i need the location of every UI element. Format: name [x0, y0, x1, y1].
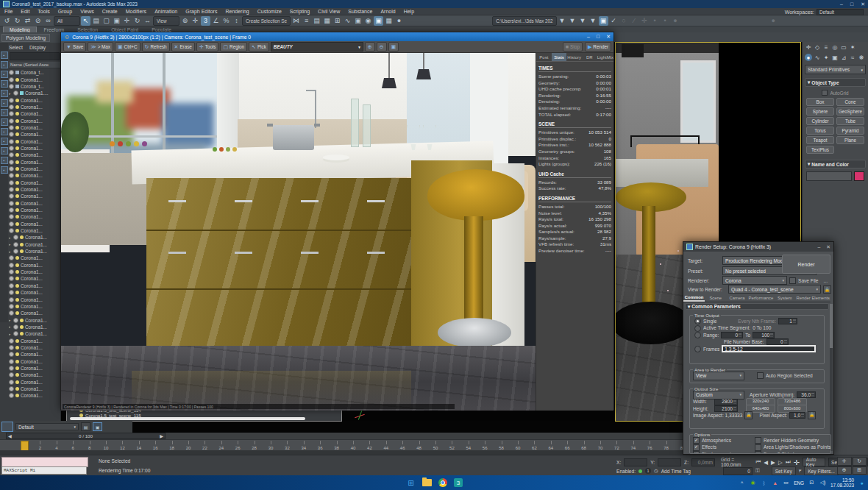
object-color-swatch[interactable]: [854, 171, 864, 181]
explorer-object-row[interactable]: Corona1...: [9, 344, 60, 351]
explorer-object-row[interactable]: ▸ Corona1....: [9, 90, 60, 96]
visibility-eye-icon[interactable]: [9, 173, 14, 178]
option-checkbox-row[interactable]: ✓Atmospherics: [693, 437, 755, 444]
motion-tab-icon[interactable]: ◎: [831, 43, 839, 51]
vfb-render-button[interactable]: ▶Render: [585, 42, 611, 52]
visibility-eye-icon[interactable]: [9, 386, 14, 391]
asset-library-icon[interactable]: ▼: [588, 16, 598, 26]
language-indicator[interactable]: ENG: [794, 480, 804, 486]
visibility-eye-icon[interactable]: [9, 221, 14, 227]
explorer-object-row[interactable]: Corona1...: [9, 180, 60, 186]
visibility-eye-icon[interactable]: [9, 201, 14, 206]
percent-snap-icon[interactable]: %: [221, 16, 231, 26]
explorer-object-row[interactable]: Corona1...: [9, 386, 60, 392]
explorer-object-row[interactable]: ▸ Corona1...: [9, 316, 60, 323]
layer-settings-button[interactable]: ▣: [93, 422, 102, 431]
visibility-eye-icon[interactable]: [9, 84, 14, 89]
mirror-icon[interactable]: ⋈: [291, 16, 301, 26]
nth-frame-spinner[interactable]: 1: [778, 318, 797, 324]
explorer-filter-icon[interactable]: ▪: [1, 109, 8, 116]
cylinder-button[interactable]: Cylinder: [806, 117, 834, 125]
vfb-save-button[interactable]: ▼Save: [63, 42, 86, 52]
explorer-filter-icon[interactable]: ▪: [1, 157, 8, 164]
vfb-minimize-button[interactable]: –: [587, 34, 590, 40]
vfb-maximize-button[interactable]: □: [597, 34, 600, 40]
pixel-aspect-lock-icon[interactable]: 🔒: [808, 411, 816, 419]
explorer-object-row[interactable]: Corona1...: [9, 76, 60, 82]
save-file-browse-button[interactable]: ...: [824, 278, 828, 283]
hierarchy-tab-icon[interactable]: ≡: [822, 43, 830, 51]
renderer-dropdown[interactable]: Corona▾: [722, 276, 787, 285]
systems-category-icon[interactable]: ❋: [858, 54, 865, 61]
explorer-object-row[interactable]: Corona1...: [9, 186, 60, 193]
sphere-button[interactable]: Sphere: [806, 107, 834, 116]
explorer-object-row[interactable]: Corona1...: [9, 96, 60, 103]
explorer-object-row[interactable]: Corona1...: [9, 227, 60, 234]
visibility-eye-icon[interactable]: [9, 338, 14, 344]
visibility-eye-icon[interactable]: [9, 104, 14, 110]
space-warps-category-icon[interactable]: ≈: [849, 54, 856, 61]
menu-item[interactable]: Rendering: [225, 9, 249, 14]
explorer-object-row[interactable]: Corona1...: [9, 221, 60, 227]
go-to-end-button[interactable]: ⏭: [786, 458, 791, 466]
unlink-selection-icon[interactable]: ⊘: [33, 16, 43, 26]
select-object-icon[interactable]: ↖: [81, 16, 90, 26]
layer-list-button[interactable]: ▤: [81, 422, 90, 431]
taskbar-clock[interactable]: 13:50 17.08.2023: [830, 477, 854, 488]
vfb-stats-tab[interactable]: Stats: [552, 53, 567, 61]
view-to-render-dropdown[interactable]: Quad 4 - Corona_test_scene▾: [728, 285, 821, 294]
select-and-rotate-icon[interactable]: ↻: [132, 16, 142, 26]
file-explorer-icon[interactable]: [422, 479, 432, 486]
maxscript-listener-label[interactable]: MAXScript Mi: [1, 466, 87, 475]
orbit-view-icon[interactable]: ↻: [853, 457, 867, 466]
window-maximize-button[interactable]: □: [850, 1, 853, 7]
visibility-eye-icon[interactable]: [13, 318, 18, 323]
toolbar-gap2[interactable]: [681, 16, 768, 26]
explorer-object-row[interactable]: Corona1...: [9, 255, 60, 261]
frame-back-button[interactable]: ◀: [8, 433, 12, 438]
frames-input[interactable]: 1,3,5-12: [722, 345, 816, 352]
vfb-max-button[interactable]: ≫> Max: [88, 42, 113, 52]
explorer-object-row[interactable]: Corona1...: [9, 337, 60, 344]
visibility-eye-icon[interactable]: [9, 393, 14, 398]
z-coordinate-field[interactable]: 0,0mm: [691, 458, 715, 466]
isolate-icon[interactable]: ○: [619, 16, 629, 26]
visibility-eye-icon[interactable]: [9, 207, 14, 213]
visibility-eye-icon[interactable]: [9, 269, 14, 274]
render-setup-tab[interactable]: Scene: [705, 294, 726, 302]
import-asset-icon[interactable]: ▼: [558, 16, 567, 26]
bind-to-space-warp-icon[interactable]: ∞: [43, 16, 53, 26]
active-time-segment-radio[interactable]: [694, 325, 701, 332]
lights-category-icon[interactable]: ✦: [822, 54, 830, 61]
explorer-object-row[interactable]: Corona1...: [9, 207, 60, 213]
utilities-tab-icon[interactable]: ✶: [849, 43, 856, 51]
torus-button[interactable]: Torus: [806, 127, 834, 135]
option-checkbox-row[interactable]: ✓Effects: [693, 444, 755, 450]
vfb-zoom-fit-button[interactable]: ▣: [388, 42, 399, 52]
divider-icon[interactable]: ⁄: [630, 16, 639, 26]
tube-button[interactable]: Tube: [836, 117, 864, 125]
expand-arrow-icon[interactable]: ▸: [9, 242, 12, 246]
object-name-field[interactable]: [806, 171, 852, 181]
rectangular-selection-region-icon[interactable]: ▢: [102, 16, 111, 26]
explorer-object-row[interactable]: Corona1...: [9, 303, 60, 310]
explorer-object-row[interactable]: Corona1...: [9, 193, 60, 199]
shapes-category-icon[interactable]: ∿: [814, 54, 821, 61]
visibility-eye-icon[interactable]: [9, 152, 14, 157]
open-asset-icon[interactable]: ▼: [568, 16, 577, 26]
curve-editor-icon[interactable]: ∿: [343, 16, 352, 26]
3dsmax-taskbar-icon[interactable]: 3: [454, 478, 463, 487]
bluetooth-tray-icon[interactable]: ᛒ: [761, 480, 767, 486]
visibility-eye-icon[interactable]: [13, 235, 18, 240]
visibility-eye-icon[interactable]: [9, 98, 14, 103]
vfb-tools-button[interactable]: ✛Tools: [196, 42, 219, 52]
image-aspect-lock-icon[interactable]: 🔒: [744, 411, 753, 419]
menu-item[interactable]: Animation: [154, 9, 177, 14]
explorer-object-row[interactable]: Corona1...: [9, 124, 60, 131]
render-setup-close[interactable]: ✕: [826, 244, 830, 250]
dim-dot4-icon[interactable]: ●: [769, 16, 778, 26]
visibility-eye-icon[interactable]: [9, 125, 14, 130]
frame-forward-button[interactable]: ▶: [160, 433, 163, 438]
explorer-filter-icon[interactable]: ▪: [1, 80, 8, 88]
menu-item[interactable]: Tools: [38, 9, 49, 14]
